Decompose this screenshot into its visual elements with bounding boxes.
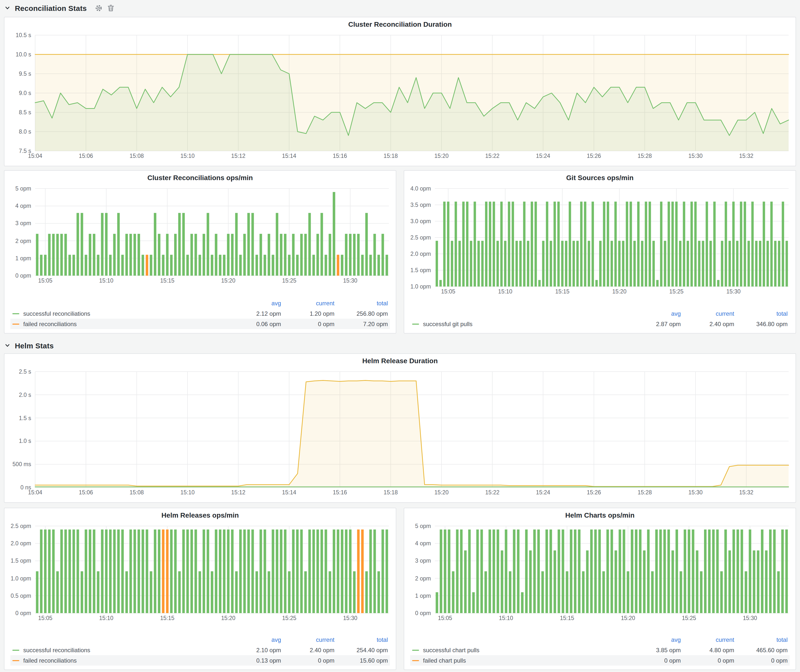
- legend-header-row: avg current total: [410, 308, 790, 319]
- chart-canvas[interactable]: [406, 185, 794, 296]
- y-axis-label: 0.5 opm: [6, 592, 31, 599]
- y-axis-label: 9.5 s: [6, 70, 31, 77]
- legend-current-value: 0 opm: [281, 657, 334, 664]
- y-axis-label: 3.5 opm: [406, 202, 431, 208]
- panel-title[interactable]: Helm Releases ops/min: [5, 508, 396, 522]
- x-axis-label: 15:32: [731, 489, 761, 496]
- chart-canvas[interactable]: [6, 368, 794, 497]
- x-axis-label: 15:26: [579, 152, 609, 159]
- panel-title[interactable]: Helm Release Duration: [5, 354, 795, 368]
- x-axis-label: 15:30: [735, 614, 765, 622]
- legend-current-value: 2.40 opm: [681, 320, 734, 327]
- legend-label[interactable]: successful git pulls: [423, 320, 472, 327]
- legend: avg current total successful reconciliat…: [10, 634, 390, 666]
- cluster-reconciliation-duration-chart[interactable]: 7.5 s8.0 s8.5 s9.0 s9.5 s10.0 s10.5 s15:…: [6, 31, 794, 161]
- legend-col-current[interactable]: current: [281, 636, 334, 643]
- x-axis-label: 15:25: [274, 614, 304, 622]
- y-axis-label: 2.0 opm: [406, 250, 431, 257]
- cluster-reconciliations-chart[interactable]: 0 opm1 opm2 opm3 opm4 opm5 opm15:0515:10…: [6, 185, 394, 286]
- gear-icon[interactable]: [95, 4, 103, 12]
- legend-col-current[interactable]: current: [281, 300, 334, 307]
- panel-cluster-reconciliation-duration: Cluster Reconciliation Duration 7.5 s8.0…: [4, 17, 796, 166]
- x-axis-label: 15:25: [274, 277, 304, 284]
- panel-title[interactable]: Cluster Reconciliations ops/min: [5, 171, 396, 185]
- legend-row-successful-reconciliations[interactable]: successful reconciliations 2.10 opm 2.40…: [10, 645, 390, 655]
- x-axis-label: 15:30: [336, 614, 365, 622]
- x-axis-label: 15:24: [528, 489, 558, 496]
- legend-row-failed-reconciliations[interactable]: failed reconciliations 0.06 opm 0 opm 7.…: [10, 319, 390, 329]
- chevron-down-icon[interactable]: [4, 342, 11, 349]
- legend-row-successful-git-pulls[interactable]: successful git pulls 2.87 opm 2.40 opm 3…: [410, 319, 790, 329]
- helm-release-duration-chart[interactable]: 0 ns500 ms1.0 s1.5 s2.0 s2.5 s15:0415:06…: [6, 368, 794, 497]
- x-axis-label: 15:08: [122, 152, 152, 159]
- legend-label[interactable]: successful chart pulls: [423, 646, 479, 653]
- helm-charts-chart[interactable]: 0 opm1 opm2 opm3 opm4 opm5 opm15:0515:10…: [406, 522, 794, 623]
- legend-col-avg[interactable]: avg: [627, 310, 681, 317]
- y-axis-label: 0 opm: [406, 610, 431, 617]
- legend-col-current[interactable]: current: [681, 636, 734, 643]
- x-axis-label: 15:15: [152, 614, 182, 622]
- x-axis-label: 15:10: [490, 288, 520, 295]
- legend-col-total[interactable]: total: [334, 636, 388, 643]
- legend-avg-value: 0.06 opm: [227, 320, 281, 327]
- legend-col-avg[interactable]: avg: [227, 636, 281, 643]
- y-axis-label: 2.0 s: [6, 391, 31, 398]
- legend: avg current total successful chart pulls…: [410, 634, 790, 666]
- panel-title[interactable]: Helm Charts ops/min: [404, 508, 795, 522]
- legend-col-avg[interactable]: avg: [627, 636, 681, 643]
- x-axis-label: 15:05: [30, 277, 60, 284]
- legend-row-failed-chart-pulls[interactable]: failed chart pulls 0 opm 0 opm 0 opm: [410, 655, 790, 666]
- x-axis-label: 15:28: [630, 152, 659, 159]
- legend-row-successful-chart-pulls[interactable]: successful chart pulls 3.85 opm 4.80 opm…: [410, 645, 790, 655]
- chart-canvas[interactable]: [406, 522, 794, 623]
- y-axis-label: 9.0 s: [6, 90, 31, 96]
- legend-header-row: avg current total: [10, 634, 390, 645]
- legend-label[interactable]: successful reconciliations: [23, 646, 90, 653]
- section-title[interactable]: Helm Stats: [15, 341, 54, 350]
- x-axis-label: 15:22: [477, 152, 507, 159]
- legend-col-total[interactable]: total: [734, 310, 788, 317]
- legend-col-total[interactable]: total: [734, 636, 788, 643]
- x-axis-label: 15:10: [173, 152, 202, 159]
- chart-canvas[interactable]: [6, 185, 394, 286]
- x-axis-label: 15:12: [223, 152, 253, 159]
- git-sources-chart[interactable]: 1.0 opm1.5 opm2.0 opm2.5 opm3.0 opm3.5 o…: [406, 185, 794, 296]
- legend-label[interactable]: failed chart pulls: [423, 657, 466, 664]
- chart-canvas[interactable]: [6, 31, 794, 161]
- legend-avg-value: 0.13 opm: [227, 657, 281, 664]
- y-axis-label: 2.5 s: [6, 368, 31, 375]
- x-axis-label: 15:14: [274, 152, 304, 159]
- y-axis-label: 5 opm: [406, 523, 431, 530]
- trash-icon[interactable]: [107, 4, 115, 12]
- y-axis-label: 2.5 opm: [6, 523, 31, 530]
- legend-col-current[interactable]: current: [681, 310, 734, 317]
- legend-header-row: avg current total: [410, 634, 790, 645]
- chevron-down-icon[interactable]: [4, 5, 11, 11]
- legend-row-successful-reconciliations[interactable]: successful reconciliations 2.12 opm 1.20…: [10, 308, 390, 319]
- legend-avg-value: 3.85 opm: [627, 646, 681, 653]
- legend-total-value: 0 opm: [734, 657, 788, 664]
- legend-col-total[interactable]: total: [334, 300, 388, 307]
- x-axis-label: 15:25: [674, 614, 704, 622]
- legend-label[interactable]: failed reconciliations: [23, 320, 77, 327]
- y-axis-label: 1.5 opm: [406, 267, 431, 274]
- legend-total-value: 254.40 opm: [334, 646, 388, 653]
- legend-label[interactable]: successful reconciliations: [23, 310, 90, 317]
- panel-title[interactable]: Cluster Reconciliation Duration: [5, 17, 795, 31]
- legend-col-avg[interactable]: avg: [227, 300, 281, 307]
- section-header-helm-stats[interactable]: Helm Stats: [4, 338, 54, 353]
- panel-git-sources: Git Sources ops/min 1.0 opm1.5 opm2.0 op…: [404, 170, 796, 334]
- panel-title[interactable]: Git Sources ops/min: [404, 171, 795, 185]
- panel-helm-charts: Helm Charts ops/min 0 opm1 opm2 opm3 opm…: [404, 508, 796, 670]
- chart-canvas[interactable]: [6, 522, 394, 623]
- x-axis-label: 15:10: [91, 277, 121, 284]
- section-title[interactable]: Reconciliation Stats: [15, 4, 87, 12]
- y-axis-label: 1.0 s: [6, 438, 31, 445]
- x-axis-label: 15:32: [731, 152, 761, 159]
- y-axis-label: 2 opm: [406, 575, 431, 582]
- section-header-reconciliation-stats[interactable]: Reconciliation Stats: [4, 0, 115, 15]
- legend-label[interactable]: failed reconciliations: [23, 657, 77, 664]
- helm-releases-chart[interactable]: 0 opm0.5 opm1.0 opm1.5 opm2.0 opm2.5 opm…: [6, 522, 394, 623]
- x-axis-label: 15:15: [547, 288, 577, 295]
- legend-row-failed-reconciliations[interactable]: failed reconciliations 0.13 opm 0 opm 15…: [10, 655, 390, 666]
